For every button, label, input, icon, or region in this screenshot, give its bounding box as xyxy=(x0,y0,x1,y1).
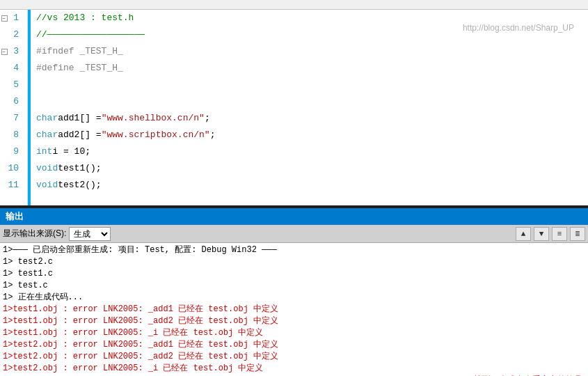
line-number: 5 xyxy=(8,77,23,93)
code-token: //—————————————————— xyxy=(36,26,145,43)
output-line: 1>test2.obj : error LNK2005: _i 已经在 test… xyxy=(3,363,585,375)
code-content: //vs 2013 : test.h//——————————————————#i… xyxy=(31,10,588,205)
margin-item xyxy=(0,110,8,127)
collapse-box[interactable]: − xyxy=(1,49,8,55)
line-number: 10 xyxy=(8,160,23,177)
line-number: 11 xyxy=(8,177,23,194)
code-token: #define _TEST_H_ xyxy=(36,60,123,77)
code-line: //vs 2013 : test.h xyxy=(36,10,582,26)
code-line: #ifndef _TEST_H_ xyxy=(36,43,582,60)
line-number: 2 xyxy=(8,26,23,43)
margin-item xyxy=(0,143,8,160)
code-token: char xyxy=(36,127,58,143)
code-line: //—————————————————— xyxy=(36,26,582,43)
code-line: int i = 10; xyxy=(36,143,582,160)
output-source-dropdown[interactable]: 生成 xyxy=(69,227,111,241)
margin-item xyxy=(0,93,8,110)
scroll-up-btn[interactable]: ▲ xyxy=(516,227,531,241)
code-token: i = 10; xyxy=(52,143,90,160)
code-token: test1(); xyxy=(58,160,101,177)
output-header-left: 输出 xyxy=(6,210,24,223)
code-token: add1[] = xyxy=(58,110,101,127)
wrap-btn[interactable]: ≣ xyxy=(570,227,585,241)
code-editor: −− 1234567891011 //vs 2013 : test.h//———… xyxy=(0,0,588,205)
output-line: 1>test1.obj : error LNK2005: _add2 已经在 t… xyxy=(3,315,585,327)
output-line: 1> test1.c xyxy=(3,268,585,280)
code-token: void xyxy=(36,177,58,194)
margin-item: − xyxy=(0,10,8,26)
align-btn[interactable]: ≡ xyxy=(552,227,567,241)
left-margin: −− xyxy=(0,10,8,205)
line-number: 3 xyxy=(8,43,23,60)
line-number: 8 xyxy=(8,127,23,143)
output-line: 1> 正在生成代码... xyxy=(3,292,585,304)
code-line xyxy=(36,77,582,93)
collapse-box[interactable]: − xyxy=(1,15,8,22)
output-line: 1>test2.obj : error LNK2005: _add2 已经在 t… xyxy=(3,351,585,363)
output-panel: 输出 显示输出来源(S): 生成 ▲ ▼ ≡ ≣ 1>——— 已启动全部重新生成… xyxy=(0,208,588,376)
output-line: 1>test1.obj : error LNK2005: _i 已经在 test… xyxy=(3,327,585,339)
code-token: int xyxy=(36,143,52,160)
code-token: #ifndef _TEST_H_ xyxy=(36,43,123,60)
code-token: void xyxy=(36,160,58,177)
code-token: //vs 2013 : test.h xyxy=(36,10,134,26)
code-token: test2(); xyxy=(58,177,101,194)
line-number: 9 xyxy=(8,143,23,160)
output-source-label: 显示输出来源(S): xyxy=(3,228,66,240)
output-line: 1> test.c xyxy=(3,280,585,292)
code-line xyxy=(36,93,582,110)
output-toolbar: 显示输出来源(S): 生成 ▲ ▼ ≡ ≣ xyxy=(0,225,588,243)
scroll-down-btn[interactable]: ▼ xyxy=(534,227,549,241)
output-line: 1> test2.c xyxy=(3,256,585,268)
code-line: char add2[] = "www.scriptbox.cn/n"; xyxy=(36,127,582,143)
code-token: ; xyxy=(210,127,216,143)
output-line: 1>test1.obj : error LNK2005: _add1 已经在 t… xyxy=(3,304,585,315)
margin-item xyxy=(0,60,8,77)
line-numbers: 1234567891011 xyxy=(8,10,28,205)
code-token: "www.scriptbox.cn/n" xyxy=(102,127,210,143)
line-number: 6 xyxy=(8,93,23,110)
margin-item: − xyxy=(0,43,8,60)
code-token: "www.shellbox.cn/n" xyxy=(102,110,205,127)
code-line: #define _TEST_H_ xyxy=(36,60,582,77)
code-line: char add1[] = "www.shellbox.cn/n"; xyxy=(36,110,582,127)
margin-item xyxy=(0,77,8,93)
output-line: 1>——— 已启动全部重新生成: 项目: Test, 配置: Debug Win… xyxy=(3,244,585,256)
line-number: 1 xyxy=(8,10,23,26)
scrollbar-top[interactable] xyxy=(0,0,588,10)
margin-item xyxy=(0,177,8,194)
output-title: 输出 xyxy=(6,210,24,223)
margin-item xyxy=(0,127,8,143)
output-line: 1>test2.obj : error LNK2005: _add1 已经在 t… xyxy=(3,339,585,351)
code-line: void test1(); xyxy=(36,160,582,177)
output-content: 1>——— 已启动全部重新生成: 项目: Test, 配置: Debug Win… xyxy=(0,243,588,376)
code-token: char xyxy=(36,110,58,127)
margin-item xyxy=(0,160,8,177)
code-line: void test2(); xyxy=(36,177,582,194)
output-header: 输出 xyxy=(0,208,588,225)
margin-item xyxy=(0,26,8,43)
line-number: 4 xyxy=(8,60,23,77)
code-token: add2[] = xyxy=(58,127,101,143)
code-area: −− 1234567891011 //vs 2013 : test.h//———… xyxy=(0,10,588,205)
code-token: ; xyxy=(205,110,210,127)
line-number: 7 xyxy=(8,110,23,127)
